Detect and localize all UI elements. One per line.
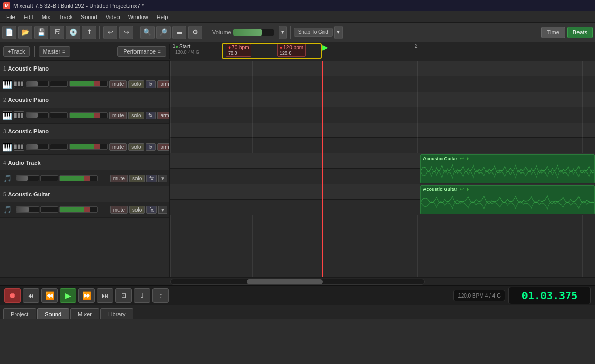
- track-4-lane[interactable]: Acoustic Guitar ↩ ⏵: [170, 153, 595, 184]
- track-5-solo[interactable]: solo: [129, 206, 145, 214]
- track-1-pan-slider[interactable]: [50, 81, 68, 87]
- new-button[interactable]: 📄: [2, 26, 16, 39]
- track-4-mute[interactable]: mute: [110, 175, 128, 182]
- menu-window[interactable]: Window: [124, 13, 152, 21]
- track-2-lane[interactable]: [170, 92, 595, 123]
- track-1-midi[interactable]: ▊▊▊: [14, 80, 24, 88]
- track-3-pan-slider[interactable]: [50, 144, 68, 150]
- publish-button[interactable]: ⬆: [82, 26, 96, 39]
- bottom-tabs: Project Sound Mixer Library: [0, 305, 595, 319]
- tab-library[interactable]: Library: [100, 308, 133, 319]
- track-1-vol-slider[interactable]: [26, 81, 49, 87]
- volume-dropdown[interactable]: ▼: [279, 26, 287, 39]
- time-button[interactable]: Time: [541, 27, 565, 38]
- track-2-solo[interactable]: solo: [128, 112, 144, 119]
- menu-file[interactable]: File: [2, 13, 20, 21]
- track-3-midi[interactable]: ▊▊▊: [14, 143, 24, 151]
- settings-button[interactable]: ⚙: [188, 26, 202, 39]
- track-1-lane[interactable]: [170, 61, 595, 92]
- track-1-fx[interactable]: fx: [146, 80, 156, 88]
- track-1-name: Acoustic Piano: [8, 65, 49, 72]
- track-2-mute[interactable]: mute: [109, 112, 127, 119]
- track-1-arm[interactable]: arm: [157, 80, 170, 88]
- redo-button[interactable]: ↪: [119, 26, 133, 39]
- track-1-solo[interactable]: solo: [128, 80, 144, 88]
- track-5-fx[interactable]: fx: [146, 206, 157, 214]
- metronome-button[interactable]: ♩: [134, 288, 150, 303]
- h-scrollbar[interactable]: [170, 279, 425, 285]
- snap-dropdown[interactable]: ▼: [334, 26, 343, 39]
- open-button[interactable]: 📂: [18, 26, 32, 39]
- track-2-pan-slider[interactable]: [50, 112, 68, 118]
- record-button[interactable]: ⏺: [4, 288, 21, 303]
- tab-project[interactable]: Project: [3, 308, 36, 319]
- tab-mixer[interactable]: Mixer: [70, 308, 99, 319]
- track-3-fx[interactable]: fx: [146, 143, 156, 151]
- volume-label: Volume: [212, 29, 231, 36]
- mix-button[interactable]: ↕: [152, 288, 169, 303]
- track-3-name: Acoustic Piano: [8, 128, 49, 134]
- search-button[interactable]: 🔍: [140, 26, 155, 39]
- beats-button[interactable]: Beats: [567, 27, 593, 38]
- save-button[interactable]: 💾: [34, 26, 48, 39]
- loop-btn[interactable]: ▬: [172, 26, 186, 39]
- track-4-dropdown[interactable]: ▼: [158, 175, 167, 182]
- rewind-button[interactable]: ⏪: [41, 288, 58, 303]
- track-5-vol-slider[interactable]: [16, 206, 39, 213]
- track-2-midi[interactable]: ▊▊▊: [14, 111, 24, 119]
- h-scrollbar-thumb[interactable]: [247, 279, 323, 284]
- track-3-lane[interactable]: [170, 123, 595, 153]
- track-4-icon: 🎵: [2, 173, 12, 183]
- separator-1: [99, 26, 100, 39]
- fast-forward-button[interactable]: ⏩: [78, 288, 95, 303]
- track-5-dropdown[interactable]: ▼: [158, 206, 167, 214]
- separator-3: [206, 26, 206, 39]
- end-button[interactable]: ⏭: [97, 288, 113, 303]
- track-5-mute[interactable]: mute: [110, 206, 128, 214]
- play-button[interactable]: ▶: [60, 288, 76, 303]
- track-2-fx[interactable]: fx: [146, 112, 156, 119]
- menu-video[interactable]: Video: [101, 13, 124, 21]
- menu-help[interactable]: Help: [152, 13, 173, 21]
- master-icon: ≡: [62, 48, 65, 54]
- rewind-start-button[interactable]: ⏮: [23, 288, 39, 303]
- add-track-button[interactable]: +Track: [3, 46, 30, 57]
- track-5-lane[interactable]: Acoustic Guitar ↩ ⏵: [170, 184, 595, 215]
- track-4-pan-slider[interactable]: [40, 175, 58, 181]
- track-4-vol-slider[interactable]: [16, 175, 39, 181]
- track-2-arm[interactable]: arm: [157, 112, 170, 119]
- clip-track-4[interactable]: Acoustic Guitar ↩ ⏵: [420, 154, 595, 183]
- loop-button[interactable]: ⊡: [115, 288, 132, 303]
- track-3-mute[interactable]: mute: [109, 143, 127, 151]
- clip-track-5[interactable]: Acoustic Guitar ↩ ⏵: [420, 185, 595, 214]
- menu-mix[interactable]: Mix: [38, 13, 55, 21]
- track-5-pan-slider[interactable]: [40, 206, 58, 213]
- performance-button[interactable]: Performance ≡: [117, 46, 166, 57]
- toolbar-right: Time Beats: [541, 27, 593, 38]
- menu-edit[interactable]: Edit: [20, 13, 38, 21]
- track-3-arm[interactable]: arm: [157, 143, 170, 151]
- track-row-4: 4 Audio Track 🎵 mute solo fx ▼: [0, 155, 169, 186]
- menu-sound[interactable]: Sound: [77, 13, 101, 21]
- bpm-display: 120.0 BPM 4 / 4 G: [453, 290, 505, 301]
- menu-track[interactable]: Track: [55, 13, 77, 21]
- save-as-button[interactable]: 🖫: [50, 26, 64, 39]
- track-3-vol-slider[interactable]: [26, 144, 49, 150]
- track-3-solo[interactable]: solo: [128, 143, 144, 151]
- track-2-vol-slider[interactable]: [26, 112, 49, 118]
- clip-5-play-icon: ⏵: [466, 186, 471, 192]
- master-button[interactable]: Master ≡: [39, 46, 70, 57]
- zoom-button[interactable]: 🔎: [156, 26, 171, 39]
- waveform-4: [421, 162, 594, 181]
- track-4-solo[interactable]: solo: [129, 175, 145, 182]
- track-1-mute[interactable]: mute: [109, 80, 127, 88]
- volume-slider[interactable]: [233, 29, 274, 36]
- track-1-controls: 🎹 ▊▊▊ mute solo fx arm ▼: [0, 76, 169, 92]
- tab-sound[interactable]: Sound: [37, 308, 69, 319]
- track-1-fader: [26, 81, 108, 87]
- burn-button[interactable]: 💿: [66, 26, 80, 39]
- snap-to-grid[interactable]: Snap To Grid: [294, 28, 333, 37]
- transport-info: 120.0 BPM 4 / 4 G 01.03.375: [453, 287, 591, 304]
- undo-button[interactable]: ↩: [103, 26, 117, 39]
- track-4-fx[interactable]: fx: [146, 175, 157, 182]
